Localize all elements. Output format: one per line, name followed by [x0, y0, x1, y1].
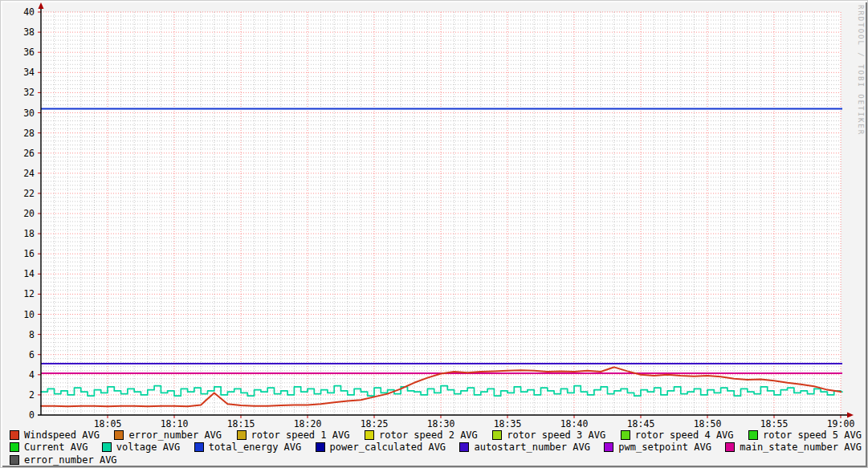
y-tick-label: 34: [23, 67, 35, 78]
legend-item: rotor speed 2 AVG: [365, 429, 478, 441]
x-tick-label: 18:55: [760, 418, 789, 429]
y-tick-label: 40: [23, 6, 35, 18]
legend-label: autostart_number AVG: [474, 442, 590, 453]
legend-label: Current AVG: [24, 442, 88, 453]
legend-swatch-icon: [316, 442, 325, 452]
legend-swatch-icon: [102, 442, 112, 452]
legend-label: rotor speed 2 AVG: [379, 429, 478, 441]
x-axis-arrow-icon: [847, 413, 854, 418]
legend-item: rotor speed 3 AVG: [492, 429, 605, 441]
y-tick-label: 10: [23, 309, 35, 320]
legend-item: rotor speed 4 AVG: [621, 429, 734, 441]
legend-swatch-icon: [492, 430, 502, 440]
legend-swatch-icon: [365, 430, 374, 440]
x-tick-label: 18:30: [427, 418, 455, 429]
x-tick-label: 19:00: [827, 418, 855, 429]
legend-swatch-icon: [725, 442, 735, 452]
legend-item: main_state_number AVG: [725, 442, 862, 453]
y-tick-label: 32: [23, 87, 35, 98]
legend-swatch-icon: [194, 442, 204, 452]
y-tick-label: 30: [23, 108, 35, 119]
legend-swatch-icon: [10, 455, 19, 465]
legend-swatch-icon: [604, 442, 613, 452]
legend-row-2: Current AVGvoltage AVGtotal_energy AVGpo…: [10, 442, 862, 454]
legend-item: voltage AVG: [102, 442, 180, 453]
legend-row-3: error_number AVG: [10, 454, 862, 466]
legend-item: rotor speed 1 AVG: [237, 429, 350, 441]
legend-item: error_number AVG: [114, 429, 222, 441]
x-tick-label: 18:15: [227, 418, 255, 429]
y-tick-label: 4: [29, 369, 35, 381]
x-tick-label: 18:05: [94, 418, 122, 429]
y-tick-label: 2: [29, 389, 35, 401]
legend-item: error_number AVG: [10, 454, 117, 466]
legend-item: Current AVG: [10, 442, 88, 453]
x-tick-label: 18:40: [560, 418, 589, 429]
legend-label: Windspeed AVG: [24, 429, 100, 441]
legend-label: main_state_number AVG: [740, 442, 862, 453]
legend-label: rotor speed 3 AVG: [507, 429, 605, 441]
legend-item: pwm_setpoint AVG: [604, 442, 711, 453]
chart-canvas: 024681012141618202224262830323436384018:…: [1, 1, 868, 429]
x-tick-label: 18:45: [627, 418, 655, 429]
legend-item: power_calculated AVG: [316, 442, 446, 453]
rrdtool-watermark: RRDTOOL / TOBI OETIKER: [857, 5, 865, 136]
y-tick-label: 12: [23, 288, 35, 299]
y-tick-label: 38: [23, 26, 35, 38]
rrdtool-graph: 024681012141618202224262830323436384018:…: [0, 0, 868, 468]
x-tick-label: 18:35: [494, 418, 522, 429]
legend-swatch-icon: [10, 430, 19, 440]
x-tick-label: 18:20: [294, 418, 322, 429]
legend-label: rotor speed 4 AVG: [635, 429, 734, 441]
y-tick-label: 6: [29, 349, 35, 360]
y-tick-label: 16: [23, 248, 35, 259]
y-tick-label: 18: [23, 228, 35, 239]
y-tick-label: 36: [23, 47, 35, 58]
y-tick-label: 0: [29, 409, 35, 421]
legend-swatch-icon: [621, 430, 630, 440]
y-tick-label: 24: [23, 168, 35, 179]
legend-label: error_number AVG: [128, 429, 222, 441]
legend-label: rotor speed 5 AVG: [763, 429, 862, 441]
legend-label: voltage AVG: [116, 442, 180, 453]
legend-swatch-icon: [114, 430, 124, 440]
y-tick-label: 22: [23, 188, 35, 199]
legend-label: error_number AVG: [24, 454, 117, 466]
x-tick-label: 18:25: [361, 418, 389, 429]
legend-swatch-icon: [459, 442, 469, 452]
y-tick-label: 14: [23, 268, 35, 279]
y-tick-label: 26: [23, 148, 35, 159]
y-tick-label: 8: [29, 329, 35, 340]
chart-legend: Windspeed AVGerror_number AVGrotor speed…: [10, 429, 862, 466]
legend-swatch-icon: [748, 430, 758, 440]
y-axis-arrow-icon: [39, 2, 44, 9]
legend-label: total_energy AVG: [209, 442, 302, 453]
x-tick-label: 18:10: [161, 418, 189, 429]
legend-item: rotor speed 5 AVG: [748, 429, 862, 441]
legend-item: total_energy AVG: [194, 442, 302, 453]
legend-item: autostart_number AVG: [459, 442, 590, 453]
x-tick-label: 18:50: [694, 418, 722, 429]
legend-label: power_calculated AVG: [330, 442, 446, 453]
legend-row-1: Windspeed AVGerror_number AVGrotor speed…: [10, 429, 862, 442]
legend-swatch-icon: [237, 430, 247, 440]
legend-label: pwm_setpoint AVG: [618, 442, 711, 453]
y-tick-label: 20: [23, 208, 35, 219]
legend-label: rotor speed 1 AVG: [251, 429, 350, 441]
legend-swatch-icon: [10, 442, 19, 452]
legend-item: Windspeed AVG: [10, 429, 100, 441]
y-tick-label: 28: [23, 128, 35, 139]
